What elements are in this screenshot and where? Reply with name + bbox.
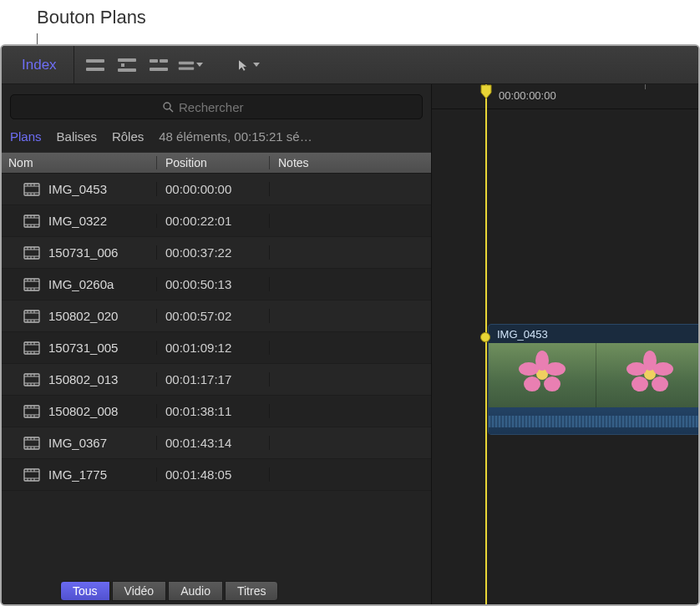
table-row[interactable]: 150802_02000:00:57:02 <box>2 300 431 332</box>
filter-buttons: Tous Vidéo Audio Titres <box>60 581 278 601</box>
chevron-down-icon <box>196 63 203 67</box>
clip-name: 150731_006 <box>48 245 118 260</box>
svg-point-105 <box>544 376 561 391</box>
filmstrip-icon <box>23 373 40 386</box>
svg-rect-6 <box>160 59 168 63</box>
append-clip-icon[interactable] <box>146 57 171 73</box>
search-input[interactable] <box>179 100 271 114</box>
column-header-notes[interactable]: Notes <box>270 156 431 169</box>
cell-position: 00:01:09:12 <box>157 341 270 355</box>
svg-rect-57 <box>24 342 39 354</box>
filmstrip-icon <box>23 341 40 355</box>
chevron-down-icon <box>253 63 260 67</box>
svg-point-10 <box>164 103 170 109</box>
toolbar-separator <box>74 46 74 83</box>
cell-nom: IMG_0260a <box>2 277 157 291</box>
clip-audio-waveform <box>489 407 700 434</box>
svg-point-110 <box>653 362 673 376</box>
toolbar: Index <box>2 46 698 84</box>
svg-rect-93 <box>24 469 39 481</box>
svg-rect-7 <box>150 68 168 71</box>
ruler-tick <box>645 84 646 89</box>
filter-audio[interactable]: Audio <box>168 581 223 601</box>
playhead-line[interactable] <box>485 84 487 606</box>
cell-position: 00:01:17:17 <box>157 372 270 386</box>
table-row[interactable]: IMG_032200:00:22:01 <box>2 205 431 237</box>
table-row[interactable]: IMG_0260a00:00:50:13 <box>2 269 431 300</box>
clip-name: 150802_008 <box>48 404 118 418</box>
filter-titres[interactable]: Titres <box>225 581 278 601</box>
cell-nom: IMG_1775 <box>2 467 157 482</box>
filter-video[interactable]: Vidéo <box>112 581 167 601</box>
cell-position: 00:00:37:22 <box>157 245 270 260</box>
svg-rect-8 <box>178 61 193 63</box>
timecode-label: 00:00:00:00 <box>499 89 556 102</box>
svg-point-112 <box>632 376 648 391</box>
connect-clip-icon[interactable] <box>114 57 139 73</box>
flower-icon <box>517 349 567 397</box>
clip-thumbnail <box>489 343 596 408</box>
clip-name: 150731_005 <box>48 341 118 355</box>
svg-rect-5 <box>150 59 158 63</box>
tab-balises[interactable]: Balises <box>57 129 97 144</box>
clip-name: IMG_0260a <box>48 277 114 291</box>
filmstrip-icon <box>23 437 40 450</box>
filmstrip-icon <box>23 246 40 260</box>
cell-position: 00:01:43:14 <box>157 436 270 450</box>
tab-plans[interactable]: Plans <box>10 129 42 144</box>
table-row[interactable]: 150802_01300:01:17:17 <box>2 364 431 396</box>
clip-thumbnail <box>596 343 700 408</box>
select-tool-icon[interactable] <box>235 57 260 73</box>
svg-rect-12 <box>24 184 39 195</box>
column-header-nom[interactable]: Nom <box>2 156 157 169</box>
index-panel: Plans Balises Rôles 48 éléments, 00:15:2… <box>2 84 432 606</box>
tab-roles[interactable]: Rôles <box>112 129 144 144</box>
clips-list: IMG_045300:00:00:00IMG_032200:00:22:0115… <box>2 174 431 491</box>
columns-header: Nom Position Notes <box>2 152 431 174</box>
svg-rect-39 <box>24 279 39 290</box>
ruler[interactable]: 00:00:00:00 <box>432 84 700 109</box>
clip-label: IMG_0453 <box>497 328 548 341</box>
index-button[interactable]: Index <box>10 53 68 77</box>
clip-name: IMG_0453 <box>48 182 107 196</box>
clip-name: IMG_0367 <box>48 436 107 450</box>
overwrite-clip-icon[interactable] <box>178 57 203 73</box>
clip-name: IMG_1775 <box>48 467 107 482</box>
cell-nom: 150802_020 <box>2 309 157 323</box>
timeline-clip[interactable]: IMG_0453 <box>488 324 700 435</box>
playhead-icon[interactable] <box>479 84 493 99</box>
cell-nom: 150731_006 <box>2 245 157 260</box>
table-row[interactable]: 150802_00800:01:38:11 <box>2 396 431 427</box>
cell-nom: 150802_008 <box>2 404 157 418</box>
svg-rect-30 <box>24 247 39 259</box>
table-row[interactable]: IMG_045300:00:00:00 <box>2 174 431 205</box>
index-status-text: 48 éléments, 00:15:21 sé… <box>159 129 423 144</box>
svg-point-113 <box>626 362 647 376</box>
svg-rect-66 <box>24 374 39 386</box>
connection-point-icon[interactable] <box>480 332 490 342</box>
callout-label: Bouton Plans <box>37 7 146 28</box>
flower-icon <box>625 349 675 397</box>
search-field[interactable] <box>10 94 423 119</box>
clip-name: IMG_0322 <box>48 214 107 228</box>
cell-nom: 150731_005 <box>2 341 157 355</box>
cell-nom: 150802_013 <box>2 372 157 386</box>
filmstrip-icon <box>23 215 40 228</box>
svg-rect-4 <box>118 68 136 72</box>
filmstrip-icon <box>23 405 40 418</box>
filmstrip-icon <box>23 310 40 323</box>
cell-position: 00:00:57:02 <box>157 309 270 323</box>
table-row[interactable]: 150731_00500:01:09:12 <box>2 332 431 364</box>
table-row[interactable]: IMG_177500:01:48:05 <box>2 459 431 491</box>
insert-clip-icon[interactable] <box>83 57 108 73</box>
svg-rect-48 <box>24 311 39 322</box>
timeline[interactable]: 00:00:00:00 IMG_0453 <box>432 84 700 606</box>
svg-rect-1 <box>86 68 104 71</box>
cell-nom: IMG_0322 <box>2 214 157 228</box>
table-row[interactable]: 150731_00600:00:37:22 <box>2 237 431 269</box>
column-header-position[interactable]: Position <box>157 156 270 169</box>
cell-position: 00:00:22:01 <box>157 214 270 228</box>
table-row[interactable]: IMG_036700:01:43:14 <box>2 427 431 459</box>
filter-tous[interactable]: Tous <box>60 581 110 601</box>
index-tabs: Plans Balises Rôles 48 éléments, 00:15:2… <box>2 124 431 152</box>
